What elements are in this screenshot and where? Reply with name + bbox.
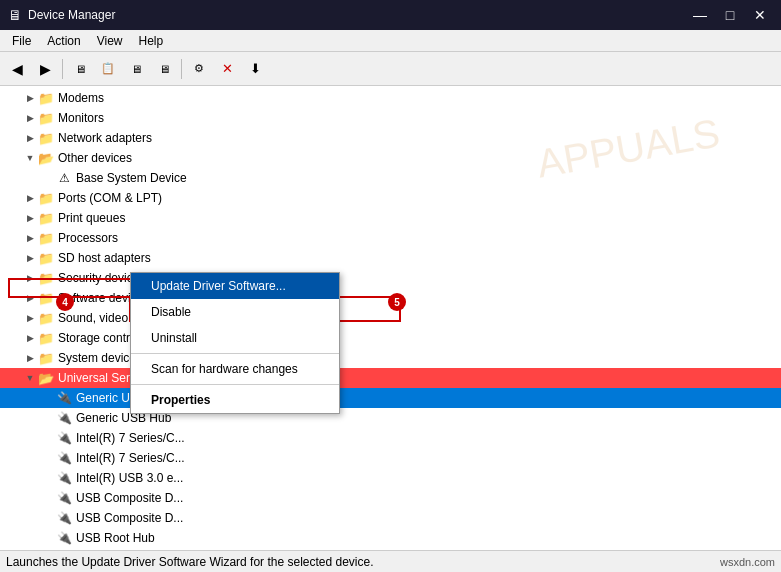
expand-btn-monitors[interactable]: ▶ [22, 110, 38, 126]
icon-system: 📁 [38, 350, 54, 366]
context-update-driver[interactable]: Update Driver Software... [131, 273, 339, 299]
icon-usb-root1: 🔌 [56, 530, 72, 546]
tree-item-monitors[interactable]: ▶📁Monitors [0, 108, 781, 128]
tree-item-intel-2[interactable]: 🔌Intel(R) 7 Series/C... [0, 448, 781, 468]
toolbar-btn-scan[interactable]: ⬇ [242, 56, 268, 82]
tree-item-network[interactable]: ▶📁Network adapters [0, 128, 781, 148]
tree-item-ports[interactable]: ▶📁Ports (COM & LPT) [0, 188, 781, 208]
context-scan[interactable]: Scan for hardware changes [131, 356, 339, 382]
label-usb-root1: USB Root Hub [76, 531, 155, 545]
expand-btn-print[interactable]: ▶ [22, 210, 38, 226]
toolbar-btn-delete[interactable]: ✕ [214, 56, 240, 82]
back-button[interactable]: ◀ [4, 56, 30, 82]
tree-item-usb[interactable]: ▼📂Universal Serial Bus controllers [0, 368, 781, 388]
icon-monitors: 📁 [38, 110, 54, 126]
toolbar-btn-4[interactable]: 🖥 [151, 56, 177, 82]
toolbar-btn-3[interactable]: 🖥 [123, 56, 149, 82]
tree-item-base-system[interactable]: ⚠Base System Device [0, 168, 781, 188]
menu-file[interactable]: File [4, 32, 39, 50]
tree-item-sound[interactable]: ▶📁Sound, video and game controllers [0, 308, 781, 328]
label-usb-composite1: USB Composite D... [76, 491, 183, 505]
icon-generic-usb2: 🔌 [56, 410, 72, 426]
menu-help[interactable]: Help [131, 32, 172, 50]
icon-network: 📁 [38, 130, 54, 146]
expand-btn-usb-root1[interactable] [40, 530, 56, 546]
title-bar: 🖥 Device Manager — □ ✕ [0, 0, 781, 30]
expand-btn-intel-2[interactable] [40, 450, 56, 466]
icon-usb: 📂 [38, 370, 54, 386]
menu-action[interactable]: Action [39, 32, 88, 50]
tree-item-modems[interactable]: ▶📁Modems [0, 88, 781, 108]
expand-btn-network[interactable]: ▶ [22, 130, 38, 146]
tree-item-processors[interactable]: ▶📁Processors [0, 228, 781, 248]
expand-btn-storage[interactable]: ▶ [22, 330, 38, 346]
label-monitors: Monitors [58, 111, 104, 125]
tree-item-security[interactable]: ▶📁Security devices [0, 268, 781, 288]
menu-view[interactable]: View [89, 32, 131, 50]
tree-item-usb-root1[interactable]: 🔌USB Root Hub [0, 528, 781, 548]
label-usb-composite2: USB Composite D... [76, 511, 183, 525]
expand-btn-ports[interactable]: ▶ [22, 190, 38, 206]
expand-btn-security[interactable]: ▶ [22, 270, 38, 286]
close-button[interactable]: ✕ [747, 5, 773, 25]
icon-intel-1: 🔌 [56, 430, 72, 446]
icon-print: 📁 [38, 210, 54, 226]
main-area: APPUALS ▶📁Modems▶📁Monitors▶📁Network adap… [0, 86, 781, 550]
label-intel-2: Intel(R) 7 Series/C... [76, 451, 185, 465]
icon-sd: 📁 [38, 250, 54, 266]
icon-intel-2: 🔌 [56, 450, 72, 466]
expand-btn-generic-usb1[interactable] [40, 390, 56, 406]
tree-item-intel-1[interactable]: 🔌Intel(R) 7 Series/C... [0, 428, 781, 448]
icon-base-system: ⚠ [56, 170, 72, 186]
toolbar-btn-5[interactable]: ⚙ [186, 56, 212, 82]
label-other: Other devices [58, 151, 132, 165]
context-uninstall[interactable]: Uninstall [131, 325, 339, 351]
minimize-button[interactable]: — [687, 5, 713, 25]
window-title: Device Manager [28, 8, 687, 22]
expand-btn-other[interactable]: ▼ [22, 150, 38, 166]
expand-btn-base-system[interactable] [40, 170, 56, 186]
icon-security: 📁 [38, 270, 54, 286]
expand-btn-processors[interactable]: ▶ [22, 230, 38, 246]
icon-modems: 📁 [38, 90, 54, 106]
expand-btn-intel-usb3[interactable] [40, 470, 56, 486]
badge-5: 5 [388, 293, 406, 311]
context-properties[interactable]: Properties [131, 387, 339, 413]
icon-intel-usb3: 🔌 [56, 470, 72, 486]
tree-item-sd[interactable]: ▶📁SD host adapters [0, 248, 781, 268]
expand-btn-sound[interactable]: ▶ [22, 310, 38, 326]
tree-item-storage[interactable]: ▶📁Storage controllers [0, 328, 781, 348]
label-print: Print queues [58, 211, 125, 225]
expand-btn-generic-usb2[interactable] [40, 410, 56, 426]
expand-btn-modems[interactable]: ▶ [22, 90, 38, 106]
menu-bar: File Action View Help [0, 30, 781, 52]
tree-item-usb-composite1[interactable]: 🔌USB Composite D... [0, 488, 781, 508]
toolbar-btn-2[interactable]: 📋 [95, 56, 121, 82]
tree-item-usb-composite2[interactable]: 🔌USB Composite D... [0, 508, 781, 528]
expand-btn-system[interactable]: ▶ [22, 350, 38, 366]
label-intel-1: Intel(R) 7 Series/C... [76, 431, 185, 445]
tree-item-intel-usb3[interactable]: 🔌Intel(R) USB 3.0 e... [0, 468, 781, 488]
maximize-button[interactable]: □ [717, 5, 743, 25]
tree-item-generic-usb1[interactable]: 🔌Generic USB Hub [0, 388, 781, 408]
tree-item-generic-usb2[interactable]: 🔌Generic USB Hub [0, 408, 781, 428]
expand-btn-software[interactable]: ▶ [22, 290, 38, 306]
expand-btn-intel-1[interactable] [40, 430, 56, 446]
icon-processors: 📁 [38, 230, 54, 246]
toolbar-btn-1[interactable]: 🖥 [67, 56, 93, 82]
window-controls: — □ ✕ [687, 5, 773, 25]
expand-btn-usb-composite2[interactable] [40, 510, 56, 526]
tree-item-system[interactable]: ▶📁System devices [0, 348, 781, 368]
icon-generic-usb1: 🔌 [56, 390, 72, 406]
expand-btn-usb-composite1[interactable] [40, 490, 56, 506]
label-processors: Processors [58, 231, 118, 245]
tree-item-other[interactable]: ▼📂Other devices [0, 148, 781, 168]
forward-button[interactable]: ▶ [32, 56, 58, 82]
context-disable[interactable]: Disable [131, 299, 339, 325]
label-intel-usb3: Intel(R) USB 3.0 e... [76, 471, 183, 485]
tree-item-usb-root2[interactable]: 🔌USB Root Hub [0, 548, 781, 550]
tree-area[interactable]: ▶📁Modems▶📁Monitors▶📁Network adapters▼📂Ot… [0, 86, 781, 550]
expand-btn-sd[interactable]: ▶ [22, 250, 38, 266]
tree-item-print[interactable]: ▶📁Print queues [0, 208, 781, 228]
expand-btn-usb[interactable]: ▼ [22, 370, 38, 386]
